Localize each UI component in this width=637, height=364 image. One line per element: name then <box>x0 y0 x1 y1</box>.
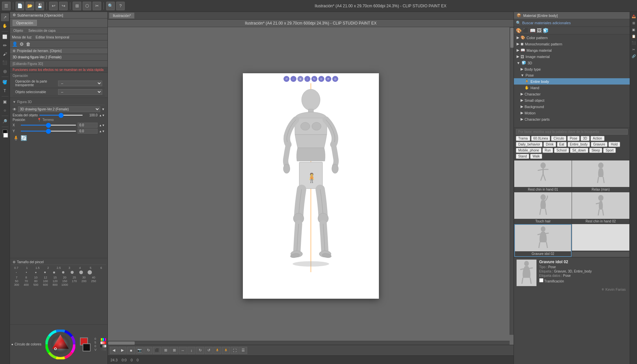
bs-300[interactable]: 300 <box>12 283 21 286</box>
subtool-objeto[interactable]: Objeto <box>12 29 24 33</box>
mat-motion[interactable]: ▶ Motion <box>514 110 630 116</box>
toolbar-lasso[interactable]: ✂ <box>93 2 101 10</box>
ctrl-icon-3[interactable]: ⊕ <box>297 76 303 82</box>
bs-600[interactable]: 600 <box>41 283 50 286</box>
color-wheel-wrapper[interactable] <box>45 330 75 359</box>
selectable-select[interactable]: -- <box>58 89 102 95</box>
cat-mono-icon[interactable]: ⬛ <box>523 28 529 33</box>
scale-arrows[interactable]: ▲▼ <box>99 114 105 117</box>
hscroll-thumb[interactable] <box>108 341 135 345</box>
bs-250[interactable]: 250 <box>89 279 98 283</box>
subtool-header[interactable]: ⚙ Subherramienta [Operación] <box>10 12 107 19</box>
subtool-seleccion[interactable]: Selección de capa <box>27 29 57 33</box>
mat-3d[interactable]: ▼ 🧊 3D <box>514 60 630 66</box>
bs-12[interactable]: 12 <box>41 276 50 279</box>
mat-small-object[interactable]: ▶ Small object <box>514 97 630 103</box>
canvas-person-btn[interactable]: 🧍 <box>213 347 221 354</box>
bs-100[interactable]: 100 <box>41 279 50 283</box>
bs-200[interactable]: 200 <box>79 279 89 283</box>
tool-pen[interactable]: ✏ <box>1 41 9 49</box>
bs-70[interactable]: 70 <box>22 279 31 283</box>
mat-character-parts[interactable]: ▶ Character parts <box>514 116 630 122</box>
eye-icon[interactable]: 👁 <box>13 107 17 112</box>
x-input[interactable] <box>78 123 98 128</box>
bs-15[interactable]: 15 <box>50 276 60 279</box>
dot-1.5[interactable] <box>35 272 36 273</box>
canvas-rotate-ccw-btn[interactable]: ↺ <box>205 347 213 354</box>
mat-color-pattern[interactable]: ▶ 🎨 Color pattern <box>514 34 630 41</box>
tool-brush[interactable]: 🖌 <box>1 50 9 58</box>
ctrl-icon-5[interactable]: ↻ <box>311 76 317 82</box>
opacity-slider[interactable] <box>101 348 106 351</box>
canvas-fit-btn[interactable]: ⊞ <box>162 347 170 354</box>
canvas-prev-btn[interactable]: ◀ <box>110 347 118 354</box>
x-slider[interactable] <box>21 125 76 126</box>
mat-mono-pattern[interactable]: ▶ ◼ Monochromatic pattern <box>514 41 630 47</box>
ctrl-icon-6[interactable]: ⊙ <box>318 76 324 82</box>
toolbar-zoom[interactable]: 🔍 <box>106 2 115 10</box>
toolbar-new[interactable]: 📄 <box>16 2 24 10</box>
tool-select[interactable]: ↗ <box>1 13 9 21</box>
toolbar-open[interactable]: 📂 <box>26 2 34 10</box>
canvas-tab-ilustracion[interactable]: Ilustración* <box>109 13 134 19</box>
find-more-label[interactable]: Buscar materiales adicionales <box>522 21 571 25</box>
bs-10[interactable]: 10 <box>31 276 40 279</box>
vscrollbar[interactable] <box>510 27 514 335</box>
edge-btn-2[interactable]: ⊞ <box>631 20 637 26</box>
canvas-camera-btn[interactable]: 📷 <box>136 347 144 354</box>
toolbar-undo[interactable]: ↩ <box>49 2 58 10</box>
edge-btn-6[interactable]: ✂ <box>631 46 637 52</box>
thumb-gravure-idol-02[interactable]: Gravure idol 02 <box>514 224 572 257</box>
tag-gravure[interactable]: Gravure <box>591 142 607 147</box>
bs-1.5[interactable]: 1.5 <box>33 266 42 270</box>
thumb-touch-hair[interactable]: Touch hair <box>514 192 572 224</box>
tag-circulo[interactable]: Círculo <box>551 136 566 141</box>
canvas-next-btn[interactable]: ▶ <box>118 347 126 354</box>
mat-hand[interactable]: ✋ Hand <box>514 85 630 91</box>
fig3d-icon1[interactable]: 🧍 <box>13 135 19 141</box>
dot-1[interactable] <box>26 272 27 273</box>
transparent-op-select[interactable]: -- <box>58 81 102 86</box>
fig3d-icon2[interactable]: 🔄 <box>21 135 27 141</box>
thumb-6[interactable] <box>572 224 629 257</box>
icon-settings[interactable]: ⚙ <box>20 41 24 47</box>
tag-pose[interactable]: Pose <box>567 136 580 141</box>
dot-2.5[interactable] <box>53 272 55 273</box>
hue-slider[interactable] <box>101 338 106 341</box>
edge-btn-7[interactable]: 🔗 <box>631 53 637 59</box>
canvas-rotate-btn[interactable]: ↻ <box>144 347 152 354</box>
canvas-grid-btn[interactable]: ⊞ <box>170 347 178 354</box>
tag-stand[interactable]: Stand <box>516 154 529 159</box>
edge-btn-4[interactable]: 📋 <box>631 33 637 39</box>
bs-5[interactable]: 5 <box>86 266 96 270</box>
ctrl-icon-8[interactable]: ◎ <box>332 76 338 82</box>
cat-3d-icon[interactable]: 🧊 <box>543 28 548 33</box>
tag-daily[interactable]: Daily_behavior <box>516 142 542 147</box>
canvas-zoom-btn[interactable]: ⬛ <box>153 347 161 354</box>
ctrl-icon-2[interactable]: ↔ <box>290 76 296 82</box>
canvas-extra-btn[interactable]: ☰ <box>239 347 247 354</box>
bs-30[interactable]: 30 <box>79 276 89 279</box>
bs-170[interactable]: 170 <box>70 279 79 283</box>
tag-eat[interactable]: Eat <box>557 142 567 147</box>
thumb-rest-chin-01[interactable]: Rest chin in hand 01 <box>514 160 572 192</box>
toolbar-save[interactable]: 💾 <box>35 2 44 10</box>
tag-run[interactable]: Run <box>542 148 553 153</box>
tag-sitdown[interactable]: Sit_down <box>570 148 588 153</box>
dot-0.7[interactable] <box>16 272 17 273</box>
bs-6[interactable]: 6 <box>96 266 106 270</box>
tag-drink[interactable]: Drink <box>543 142 556 147</box>
tag-entire-body[interactable]: Entire_body <box>568 142 590 147</box>
tool-fill[interactable]: 🪣 <box>1 78 9 86</box>
keyword-input[interactable] <box>516 129 628 135</box>
tag-action[interactable]: Action <box>591 136 604 141</box>
bs-40[interactable]: 40 <box>89 276 98 279</box>
canvas-flip-v-btn[interactable]: ↕ <box>187 347 195 354</box>
toolbar-menu-btn[interactable]: ☰ <box>2 2 11 10</box>
edge-btn-5[interactable]: ⬛ <box>631 40 637 46</box>
sat-slider[interactable] <box>101 341 106 344</box>
bs-800[interactable]: 800 <box>50 283 60 286</box>
figure-model-select[interactable]: 3D drawing figure-Ver.2 (Female) <box>18 106 100 112</box>
icon-person[interactable]: 👤 <box>12 41 18 47</box>
y-input[interactable] <box>78 129 98 134</box>
